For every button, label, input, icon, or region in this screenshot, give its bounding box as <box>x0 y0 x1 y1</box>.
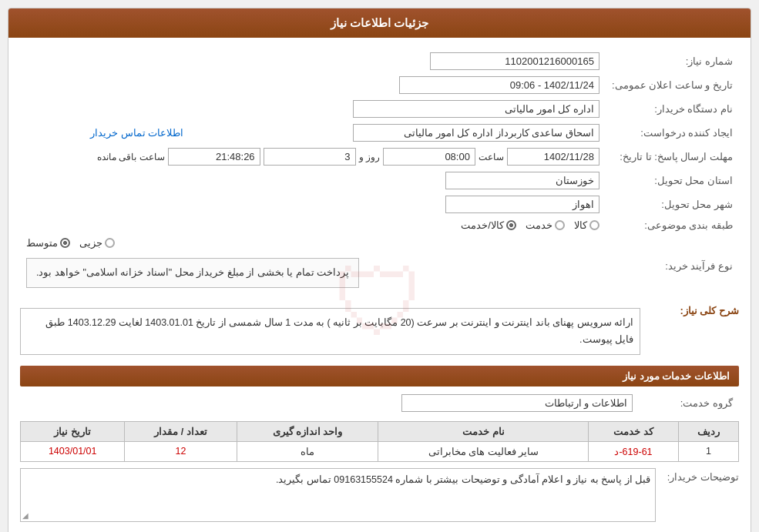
radio-kalaKhedmat-label: کالا/خدمت <box>461 219 504 231</box>
radio-motavaset: متوسط <box>26 237 70 249</box>
sharhKolli-value: ارائه سرویس پهنای باند اینترنت و اینترنت… <box>20 308 640 355</box>
tarikh-saat-value: 1402/11/24 - 09:06 <box>399 76 599 94</box>
radio-kala: کالا <box>574 219 599 231</box>
ejadKonande-value-cell: اسحاق ساعدی کاربرداز اداره کل امور مالیا… <box>190 121 606 145</box>
mohlatIrsal-rooz: 3 <box>264 148 356 166</box>
geroheKhadamat-value-cell: اطلاعات و ارتباطات <box>20 391 639 415</box>
roozO-label: روز و <box>359 152 380 162</box>
shomareNiaz-value: 1102001216000165 <box>430 52 599 70</box>
tosifatKharidar-label: توضیحات خریدار: <box>662 468 739 483</box>
table-row: 1619-61-دسایر فعالیت های مخابراتیماه1214… <box>21 441 739 461</box>
col-vahedAndaze: واحد اندازه گیری <box>237 421 378 441</box>
shahr-value: اهواز <box>445 196 599 213</box>
ejadKonande-value: اسحاق ساعدی کاربرداز اداره کل امور مالیا… <box>353 124 599 142</box>
shomareNiaz-label: شماره نیاز: <box>606 49 739 73</box>
radio-kala-label: کالا <box>574 219 587 231</box>
shahr-value-cell: اهواز <box>20 192 606 216</box>
col-radif: ردیف <box>678 421 738 441</box>
radio-khedmat: خدمت <box>526 219 565 231</box>
ettelaatKhadamat-header: اطلاعات خدمات مورد نیاز <box>20 366 739 386</box>
namDasgah-label: نام دستگاه خریدار: <box>606 97 739 121</box>
info-table: شماره نیاز: 1102001216000165 تاریخ و ساع… <box>20 49 739 297</box>
page-title: جزئیات اطلاعات نیاز <box>8 8 751 38</box>
mohlatIrsal-value-cell: 1402/11/28 ساعت 08:00 روز و 3 21:48:26 س… <box>20 145 606 169</box>
naveFarayand-label: نوع فرآیند خرید: <box>606 234 739 297</box>
col-kodKhadamat: کد خدمت <box>589 421 679 441</box>
radio-jozee-circle <box>105 238 115 248</box>
saat-label: ساعت <box>479 152 504 162</box>
radio-kalaKhedmat-circle <box>506 220 516 230</box>
services-table: ردیف کد خدمت نام خدمت واحد اندازه گیری ت… <box>20 421 739 462</box>
col-tedad: تعداد / مقدار <box>125 421 237 441</box>
col-tarikhNiaz: تاریخ نیاز <box>21 421 125 441</box>
ettelaatTamas-link[interactable]: اطلاعات تماس خریدار <box>90 127 183 139</box>
geroheKhadamat-value: اطلاعات و ارتباطات <box>401 394 633 412</box>
shomareNiaz-value-cell: 1102001216000165 <box>190 49 606 73</box>
tosifatKharidar-row: توضیحات خریدار: قبل از پاسخ به نیاز و اع… <box>20 468 739 522</box>
ostan-value-cell: خوزستان <box>20 169 606 192</box>
shahr-label: شهر محل تحویل: <box>606 192 739 216</box>
namDasgah-value: اداره کل امور مالیاتی <box>353 100 599 118</box>
radio-motavaset-label: متوسط <box>26 237 58 249</box>
naveFarayand-value-cell: جزیی متوسط پرداخت تمام یا بخشی از مبلغ خ… <box>20 234 606 297</box>
col-namKhadamat: نام خدمت <box>378 421 589 441</box>
farayand-description: پرداخت تمام یا بخشی از مبلغ خریداز محل "… <box>26 258 359 288</box>
mohlatIrsal-tarikh: 1402/11/28 <box>507 148 599 166</box>
geroheKhadamat-label: گروه خدمت: <box>639 391 739 415</box>
ejadKonande-label: ایجاد کننده درخواست: <box>606 121 739 145</box>
mohlatIrsal-saat: 08:00 <box>383 148 475 166</box>
tabaqeBandi-value-cell: کالا خدمت کالا/خدمت <box>20 216 606 234</box>
radio-jozee: جزیی <box>79 237 115 249</box>
tabaqeBandi-label: طبقه بندی موضوعی: <box>606 216 739 234</box>
mohlatIrsal-label: مهلت ارسال پاسخ: تا تاریخ: <box>606 145 739 169</box>
geroheKhadamat-table: گروه خدمت: اطلاعات و ارتباطات <box>20 391 739 415</box>
tarikh-saat-value-cell: 1402/11/24 - 09:06 <box>190 73 606 97</box>
namDasgah-value-cell: اداره کل امور مالیاتی <box>20 97 606 121</box>
mohlatIrsal-saatBaghi: 21:48:26 <box>168 148 260 166</box>
tarikh-saat-label: تاریخ و ساعت اعلان عمومی: <box>606 73 739 97</box>
sharhKolli-header: شرح کلی نیاز: <box>680 305 739 316</box>
radio-kala-circle <box>589 220 599 230</box>
radio-khedmat-circle <box>555 220 565 230</box>
ostan-value: خوزستان <box>445 172 599 189</box>
tosifatKharidar-textarea[interactable]: قبل از پاسخ به نیاز و اعلام آمادگی و توض… <box>20 468 656 522</box>
saatBaghi-label: ساعت باقی مانده <box>97 152 165 162</box>
ostan-label: استان محل تحویل: <box>606 169 739 192</box>
tosifatKharidar-text: قبل از پاسخ به نیاز و اعلام آمادگی و توض… <box>276 474 650 485</box>
radio-jozee-label: جزیی <box>79 237 102 249</box>
radio-motavaset-circle <box>60 238 70 248</box>
radio-kalaKhedmat: کالا/خدمت <box>461 219 516 231</box>
resize-handle-icon: ◢ <box>22 511 29 520</box>
radio-khedmat-label: خدمت <box>526 219 552 231</box>
